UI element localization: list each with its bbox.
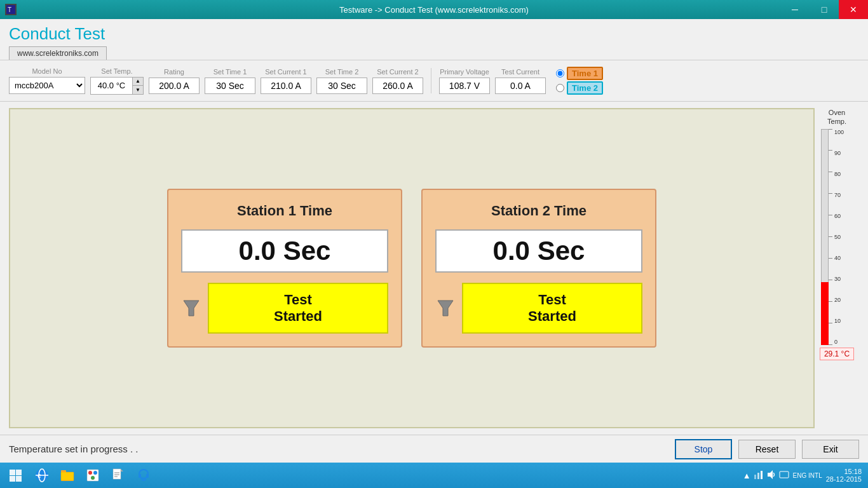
model-no-select[interactable]: mccb200A: [9, 77, 85, 94]
app-title: Conduct Test: [0, 19, 868, 46]
thermo-10: 10: [834, 318, 853, 324]
test-current-field: Test Current 0.0 A: [495, 68, 546, 94]
svg-rect-6: [10, 476, 15, 482]
thermo-70: 70: [834, 192, 853, 198]
time1-radio[interactable]: [556, 69, 564, 78]
thermo-60: 60: [834, 213, 853, 219]
taskbar-right: ▲ ENG INTL 15:18 28-12-2015: [743, 468, 865, 483]
svg-point-16: [88, 471, 92, 475]
svg-rect-29: [757, 473, 759, 479]
thermo-20: 20: [834, 297, 853, 303]
set-temp-spinners: ▲ ▼: [132, 78, 143, 94]
svg-rect-4: [10, 470, 15, 475]
svg-rect-26: [139, 474, 141, 478]
set-temp-field: Set Temp. ▲ ▼: [90, 67, 144, 95]
status-bar: Temperature set in progress . . Stop Res…: [0, 435, 868, 463]
station1-bottom: TestStarted: [181, 283, 388, 334]
set-current2-field: Set Current 2 260.0 A: [372, 68, 423, 94]
config-separator: [431, 68, 431, 93]
set-time1-field: Set Time 1 30 Sec: [205, 68, 255, 94]
thermo-30: 30: [834, 276, 853, 282]
svg-point-17: [93, 471, 97, 475]
test-current-label: Test Current: [501, 68, 539, 76]
taskbar-headset-icon[interactable]: [132, 465, 155, 485]
thermo-visual: 100 90 80 70 60 50 40 30 20 10 0: [821, 129, 853, 345]
primary-voltage-label: Primary Voltage: [440, 68, 489, 76]
station1-time-display: 0.0 Sec: [181, 229, 388, 273]
taskbar-ie-icon[interactable]: e: [31, 465, 53, 485]
station1-status-btn[interactable]: TestStarted: [208, 283, 388, 334]
tab-main[interactable]: www.screlektroniks.com: [9, 46, 107, 60]
set-current1-value: 210.0 A: [261, 78, 311, 94]
station2-title: Station 2 Time: [491, 203, 587, 219]
time2-radio-label: Time 2: [567, 81, 603, 95]
chevron-up-icon[interactable]: ▲: [743, 471, 751, 480]
svg-rect-19: [113, 469, 121, 479]
status-message: Temperature set in progress . .: [9, 444, 668, 454]
taskbar-sys-icons: ▲: [743, 470, 789, 482]
taskbar-paint-icon[interactable]: [81, 465, 104, 485]
set-time2-label: Set Time 2: [325, 68, 359, 76]
minimize-button[interactable]: ─: [780, 0, 810, 19]
taskbar-time-value: 15:18: [826, 468, 862, 475]
station2-status-btn[interactable]: TestStarted: [462, 283, 642, 334]
thermo-50: 50: [834, 234, 853, 240]
stop-button[interactable]: Stop: [675, 439, 732, 459]
taskbar-doc-icon[interactable]: [107, 465, 130, 485]
thermo-40: 40: [834, 255, 853, 261]
thermo-bar-fill: [821, 282, 829, 345]
set-current1-label: Set Current 1: [265, 68, 306, 76]
config-row: Model No mccb200A Set Temp. ▲ ▼ Rating 2…: [0, 60, 868, 102]
svg-marker-2: [184, 301, 199, 316]
reset-button[interactable]: Reset: [738, 440, 796, 459]
set-time2-field: Set Time 2 30 Sec: [316, 68, 367, 94]
svg-text:e: e: [37, 472, 41, 479]
svg-rect-28: [754, 475, 756, 479]
tab-bar: www.screlektroniks.com: [0, 46, 868, 60]
svg-rect-5: [16, 470, 22, 475]
set-temp-input[interactable]: [91, 78, 132, 94]
station2-funnel-icon: [435, 298, 456, 318]
time-radio-group: Time 1 Time 2: [556, 67, 603, 95]
model-no-label: Model No: [32, 67, 62, 75]
svg-marker-3: [438, 301, 453, 316]
set-current2-value: 260.0 A: [372, 78, 423, 94]
thermo-label: OvenTemp.: [827, 108, 846, 126]
time1-radio-item[interactable]: Time 1: [556, 67, 603, 80]
svg-rect-7: [16, 476, 22, 482]
set-current1-field: Set Current 1 210.0 A: [261, 68, 311, 94]
svg-text:T: T: [8, 6, 11, 13]
set-temp-label: Set Temp.: [101, 67, 132, 75]
svg-rect-14: [61, 472, 74, 480]
taskbar-date-value: 28-12-2015: [826, 475, 862, 483]
maximize-button[interactable]: □: [810, 0, 839, 19]
time2-radio-item[interactable]: Time 2: [556, 81, 603, 95]
app-icon: T: [5, 4, 17, 15]
taskbar-folder-icon[interactable]: [56, 465, 79, 485]
set-time1-label: Set Time 1: [214, 68, 247, 76]
station2-bottom: TestStarted: [435, 283, 642, 334]
main-area: Station 1 Time 0.0 Sec TestStarted Stati…: [0, 102, 868, 435]
time1-radio-label: Time 1: [567, 67, 603, 80]
exit-button[interactable]: Exit: [802, 440, 859, 459]
set-temp-down[interactable]: ▼: [133, 86, 143, 94]
network-icon: [754, 470, 764, 482]
station1-title: Station 1 Time: [237, 203, 332, 219]
model-no-field: Model No mccb200A: [9, 67, 85, 94]
set-current2-label: Set Current 2: [377, 68, 418, 76]
set-temp-up[interactable]: ▲: [133, 78, 143, 86]
speaker-icon: [766, 470, 776, 482]
close-button[interactable]: ✕: [839, 0, 868, 19]
set-time2-value: 30 Sec: [316, 78, 367, 94]
window-title: Testware -> Conduct Test (www.screlektro…: [339, 5, 529, 15]
primary-voltage-value: 108.7 V: [439, 78, 490, 94]
thermo-90: 90: [834, 150, 853, 156]
taskbar-datetime: 15:18 28-12-2015: [826, 468, 862, 483]
thermo-0: 0: [834, 339, 853, 345]
start-button[interactable]: [3, 464, 28, 487]
time2-radio[interactable]: [556, 84, 564, 92]
rating-field: Rating 200.0 A: [149, 68, 200, 94]
rating-value: 200.0 A: [149, 78, 200, 94]
rating-label: Rating: [164, 68, 184, 76]
thermo-ticks: [829, 129, 832, 345]
